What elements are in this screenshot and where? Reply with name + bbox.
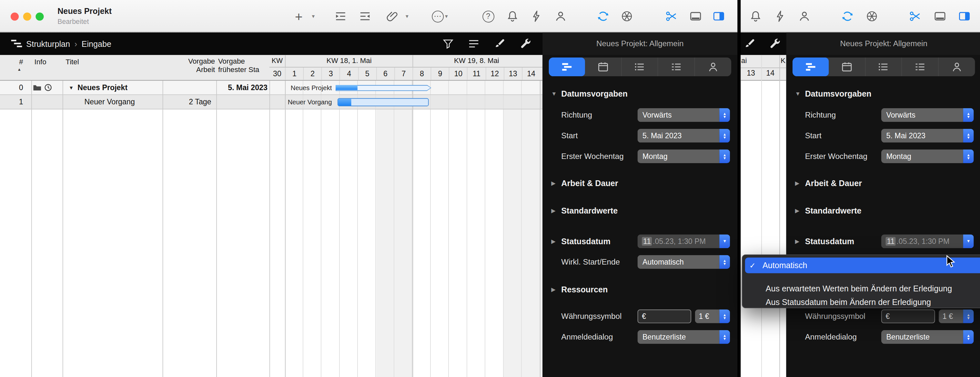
outdent-button[interactable] xyxy=(357,8,373,24)
section-statusdatum[interactable]: ▶ Statusdatum 11.05.23, 1:30 PM ▾ xyxy=(542,235,737,248)
calendar-icon xyxy=(597,61,609,73)
menu-item-label: Automatisch xyxy=(762,261,807,270)
indent-button[interactable] xyxy=(332,8,348,24)
user-button[interactable] xyxy=(796,8,813,24)
outline-level-button[interactable] xyxy=(466,35,482,52)
column-header-arbeit[interactable]: VorgabeArbeit xyxy=(162,55,215,80)
tab-list[interactable] xyxy=(621,58,658,76)
currency-input[interactable]: € xyxy=(881,310,935,323)
tab-calendar[interactable] xyxy=(585,58,621,76)
column-header-info[interactable]: Info xyxy=(31,55,63,80)
collapse-triangle-icon[interactable]: ▼ xyxy=(69,81,73,95)
breadcrumb-section[interactable]: Strukturplan xyxy=(26,39,70,48)
inspector-right: Neues Projekt: Allgemein ▼ Datumsvorgabe… xyxy=(786,33,980,377)
project-summary-bar[interactable] xyxy=(336,85,431,91)
start-dropdown[interactable]: 5. Mai 2023 ▴▾ xyxy=(638,129,730,143)
zoom-window-button[interactable] xyxy=(35,13,44,21)
dropdown-arrows-icon: ▴▾ xyxy=(719,330,730,344)
gantt-bar-label: Neues Projekt xyxy=(269,81,332,95)
network-button[interactable] xyxy=(864,8,880,24)
network-button[interactable] xyxy=(619,8,635,24)
field-label: Anmeldedialog xyxy=(561,333,613,342)
breadcrumb-page[interactable]: Eingabe xyxy=(82,39,111,48)
statusdatum-picker[interactable]: 11.05.23, 1:30 PM ▾ xyxy=(881,235,974,248)
anmeldedialog-dropdown[interactable]: Benutzerliste ▴▾ xyxy=(638,330,730,344)
folder-icon xyxy=(33,83,42,93)
minimize-window-button[interactable] xyxy=(23,13,31,21)
statusdatum-picker[interactable]: 11.05.23, 1:30 PM ▾ xyxy=(638,235,730,248)
wochentag-dropdown[interactable]: Montag ▴▾ xyxy=(881,150,974,163)
section-statusdatum[interactable]: ▶ Statusdatum 11.05.23, 1:30 PM ▾ xyxy=(786,235,980,248)
wochentag-dropdown[interactable]: Montag ▴▾ xyxy=(638,150,730,163)
section-standardwerte[interactable]: ▶ Standardwerte xyxy=(542,204,737,218)
filter-button[interactable] xyxy=(440,35,456,52)
field-erster-wochentag: Erster Wochentag Montag ▴▾ xyxy=(542,150,737,163)
bottombar-toggle-button[interactable] xyxy=(688,8,704,24)
settings-button[interactable] xyxy=(767,35,783,52)
dropdown-arrows-icon: ▴▾ xyxy=(963,330,974,344)
section-standardwerte[interactable]: ▶ Standardwerte xyxy=(786,204,980,218)
breadcrumb[interactable]: Strukturplan › Eingabe xyxy=(26,33,111,55)
statusdatum-value: 11.05.23, 1:30 PM xyxy=(881,235,963,248)
lightning-icon xyxy=(773,10,787,23)
tab-gantt-settings[interactable] xyxy=(792,58,829,76)
format-button[interactable] xyxy=(741,35,757,52)
section-datumsvorgaben[interactable]: ▼ Datumsvorgaben xyxy=(542,87,737,101)
wirkl-start-ende-dropdown[interactable]: Automatisch ▴▾ xyxy=(638,255,730,269)
close-window-button[interactable] xyxy=(11,13,19,21)
section-ressourcen[interactable]: ▶ Ressourcen xyxy=(542,283,737,297)
menu-item[interactable]: Aus erwarteten Werten beim Ändern der Er… xyxy=(766,282,952,296)
anmeldedialog-dropdown[interactable]: Benutzerliste ▴▾ xyxy=(881,330,974,344)
cut-button[interactable] xyxy=(663,8,679,24)
column-header-start[interactable]: Vorgabefrühester Sta xyxy=(216,55,269,80)
activity-button[interactable] xyxy=(528,8,544,24)
indent-icon xyxy=(334,10,348,23)
menu-item[interactable]: Aus Statusdatum beim Ändern der Erledigu… xyxy=(766,296,931,310)
section-arbeit-dauer[interactable]: ▶ Arbeit & Dauer xyxy=(786,176,980,190)
gantt-timeline-header[interactable]: KW KW 18, 1. Mai KW 19, 8. Mai 30 1 2 3 … xyxy=(269,55,542,80)
currency-stepper[interactable]: 1 € ▴▾ xyxy=(695,310,730,323)
start-dropdown[interactable]: 5. Mai 2023 ▴▾ xyxy=(881,129,974,143)
user-button[interactable] xyxy=(552,8,569,24)
outline-lines-icon xyxy=(467,37,481,51)
sync-button[interactable] xyxy=(595,8,611,24)
tab-gantt-settings[interactable] xyxy=(549,58,585,76)
section-arbeit-dauer[interactable]: ▶ Arbeit & Dauer xyxy=(542,176,737,190)
notifications-button[interactable] xyxy=(504,8,520,24)
section-datumsvorgaben[interactable]: ▼ Datumsvorgaben xyxy=(786,87,980,101)
add-button[interactable]: + xyxy=(291,8,307,24)
notifications-button[interactable] xyxy=(747,8,764,24)
stepper-arrows-icon: ▴▾ xyxy=(719,310,730,323)
currency-stepper[interactable]: 1 € ▴▾ xyxy=(939,310,974,323)
column-header-titel[interactable]: Titel xyxy=(63,55,162,80)
titlebar-left-window: Neues Projekt Bearbeitet + ▾ ▾ ⋯ ▾ ? xyxy=(0,0,737,33)
tab-resources[interactable] xyxy=(939,58,975,76)
inspector-toggle-button[interactable] xyxy=(956,8,972,24)
tab-values[interactable] xyxy=(658,58,694,76)
dropdown-arrows-icon: ▴▾ xyxy=(719,255,730,269)
activity-button[interactable] xyxy=(772,8,788,24)
format-button[interactable] xyxy=(491,35,507,52)
attachment-menu-chevron-icon[interactable]: ▾ xyxy=(406,13,409,19)
help-button[interactable]: ? xyxy=(480,8,496,24)
tab-values[interactable] xyxy=(902,58,939,76)
add-menu-chevron-icon[interactable]: ▾ xyxy=(312,13,315,19)
date-selected-segment: 11 xyxy=(886,237,896,246)
more-menu-chevron-icon[interactable]: ▾ xyxy=(445,13,448,19)
cut-button[interactable] xyxy=(907,8,923,24)
richtung-dropdown[interactable]: Vorwärts ▴▾ xyxy=(638,108,730,122)
bottombar-toggle-button[interactable] xyxy=(932,8,948,24)
settings-button[interactable] xyxy=(518,35,534,52)
richtung-dropdown[interactable]: Vorwärts ▴▾ xyxy=(881,108,974,122)
inspector-toggle-button[interactable] xyxy=(711,8,727,24)
section-label: Statusdatum xyxy=(561,237,610,246)
more-actions-button[interactable]: ⋯ xyxy=(430,8,445,24)
tab-list[interactable] xyxy=(865,58,902,76)
sync-button[interactable] xyxy=(839,8,856,24)
tab-resources[interactable] xyxy=(694,58,731,76)
task-bar[interactable] xyxy=(337,98,429,106)
tab-calendar[interactable] xyxy=(829,58,865,76)
attachment-button[interactable] xyxy=(384,8,401,24)
currency-input[interactable]: € xyxy=(638,310,692,323)
menu-item-selected[interactable]: ✓ Automatisch xyxy=(745,257,980,273)
